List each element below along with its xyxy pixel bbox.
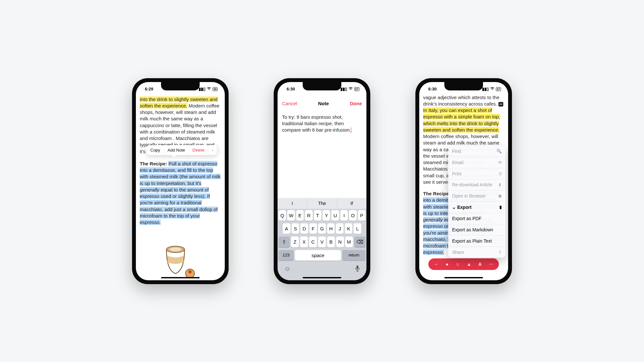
backspace-key[interactable]: ⌫ bbox=[354, 237, 365, 247]
prediction-bar: I The If bbox=[278, 198, 366, 209]
signal-icon: ▮▮▯ bbox=[482, 87, 489, 91]
find-action[interactable]: Find🔍 bbox=[448, 146, 506, 157]
prediction-2[interactable]: The bbox=[307, 198, 337, 209]
signal-icon: ▮▮▯ bbox=[199, 87, 205, 91]
wifi-icon bbox=[490, 87, 495, 91]
status-time: 6:30 bbox=[287, 87, 295, 91]
key-h[interactable]: H bbox=[327, 223, 335, 234]
highlighted-text-yellow[interactable]: In Italy, you can expect a shot of espre… bbox=[423, 107, 500, 133]
cancel-button[interactable]: Cancel bbox=[282, 101, 297, 106]
key-b[interactable]: B bbox=[327, 237, 335, 247]
key-a[interactable]: A bbox=[283, 223, 290, 234]
key-p[interactable]: P bbox=[358, 210, 365, 221]
share-icon: ⇧ bbox=[498, 250, 502, 255]
done-button[interactable]: Done bbox=[350, 101, 362, 106]
more-actions[interactable]: › bbox=[208, 145, 217, 155]
more-button[interactable]: ⋯ bbox=[489, 262, 493, 267]
home-indicator[interactable] bbox=[444, 277, 483, 278]
key-z[interactable]: Z bbox=[291, 237, 299, 247]
export-action[interactable]: ⌄Export▮ bbox=[448, 202, 506, 213]
download-icon: ⬇ bbox=[498, 182, 502, 187]
recipe-heading: The Recipe: bbox=[140, 161, 168, 166]
email-action[interactable]: Email✉ bbox=[448, 157, 506, 168]
context-menu: Copy Add Note Delete › bbox=[147, 145, 217, 155]
phone-left: 6:29 ▮▮▯ 58 into the drink to slightly s… bbox=[132, 78, 229, 284]
search-icon: 🔍 bbox=[497, 149, 502, 153]
status-time: 6:29 bbox=[145, 87, 153, 91]
article-body[interactable]: into the drink to slightly sweeten and s… bbox=[136, 96, 225, 226]
action-menu: Find🔍 Email✉ Print⎙ Re-download Article⬇… bbox=[448, 146, 506, 258]
shift-key[interactable]: ⇧ bbox=[279, 237, 290, 247]
share-action[interactable]: Share⇧ bbox=[448, 247, 506, 258]
key-f[interactable]: F bbox=[309, 223, 317, 234]
home-indicator[interactable] bbox=[303, 277, 341, 278]
print-action[interactable]: Print⎙ bbox=[448, 168, 506, 180]
export-plaintext-action[interactable]: Export as Plain Text bbox=[448, 236, 506, 247]
modal-title: Note bbox=[318, 101, 329, 106]
print-icon: ⎙ bbox=[499, 171, 502, 176]
delete-action[interactable]: Delete bbox=[189, 145, 209, 155]
phone-center: 6:30 ▮▮▯ 57 Cancel Note Done To try: 9 b… bbox=[274, 78, 370, 284]
phone-right: 6:30 ▮▮▯ 57 vague adjective which attest… bbox=[415, 78, 512, 284]
dictation-key[interactable] bbox=[355, 265, 360, 273]
key-t[interactable]: T bbox=[314, 210, 321, 221]
bottom-toolbar: ← ● ☆ ▲ A ⋯ bbox=[428, 258, 499, 270]
wifi-icon bbox=[348, 87, 353, 91]
export-markdown-action[interactable]: Export as Markdown bbox=[448, 224, 506, 236]
emoji-key[interactable]: ☺ bbox=[284, 265, 290, 273]
status-time: 6:30 bbox=[428, 87, 437, 91]
key-g[interactable]: G bbox=[318, 223, 326, 234]
key-m[interactable]: M bbox=[345, 237, 353, 247]
notch bbox=[303, 82, 341, 90]
key-l[interactable]: L bbox=[354, 223, 361, 234]
font-button[interactable]: A bbox=[478, 262, 482, 267]
notch bbox=[444, 82, 483, 90]
modal-header: Cancel Note Done bbox=[278, 96, 366, 109]
key-v[interactable]: V bbox=[318, 237, 326, 247]
key-d[interactable]: D bbox=[300, 223, 308, 234]
tag-button[interactable]: ▲ bbox=[467, 262, 471, 267]
numbers-key[interactable]: 123 bbox=[279, 250, 294, 261]
space-key[interactable]: space bbox=[295, 250, 341, 261]
body-text: vague adjective which attests to the dri… bbox=[423, 95, 499, 107]
export-pdf-action[interactable]: Export as PDF bbox=[448, 213, 506, 224]
chevron-right-icon: › bbox=[212, 148, 213, 153]
key-i[interactable]: I bbox=[340, 210, 348, 221]
open-browser-action[interactable]: Open in Browser◉ bbox=[448, 190, 506, 202]
text-cursor bbox=[351, 127, 351, 133]
key-q[interactable]: Q bbox=[279, 210, 286, 221]
svg-point-1 bbox=[170, 247, 181, 251]
key-j[interactable]: J bbox=[336, 223, 344, 234]
redownload-action[interactable]: Re-download Article⬇ bbox=[448, 180, 506, 190]
file-icon: ▮ bbox=[499, 205, 502, 209]
key-o[interactable]: O bbox=[349, 210, 356, 221]
prediction-1[interactable]: I bbox=[278, 198, 307, 209]
record-button[interactable]: ● bbox=[446, 262, 448, 267]
key-c[interactable]: C bbox=[309, 237, 317, 247]
key-x[interactable]: X bbox=[300, 237, 308, 247]
battery-icon: 58 bbox=[213, 87, 218, 91]
svg-point-3 bbox=[188, 270, 192, 274]
email-icon: ✉ bbox=[498, 160, 502, 165]
copy-action[interactable]: Copy bbox=[147, 145, 164, 155]
home-indicator[interactable] bbox=[161, 277, 200, 278]
key-y[interactable]: Y bbox=[323, 210, 330, 221]
highlighted-text-blue[interactable]: Pull a shot of espresso into a demitasse… bbox=[140, 161, 221, 225]
back-button[interactable]: ← bbox=[434, 262, 439, 267]
key-n[interactable]: N bbox=[336, 237, 344, 247]
chevron-down-icon: ⌄ bbox=[452, 205, 456, 210]
key-r[interactable]: R bbox=[305, 210, 312, 221]
key-e[interactable]: E bbox=[296, 210, 304, 221]
note-textarea[interactable]: To try: 9 bars espresso shot, traditiona… bbox=[278, 109, 366, 138]
prediction-3[interactable]: If bbox=[337, 198, 366, 209]
note-indicator-icon[interactable]: ••• bbox=[498, 102, 503, 107]
notch bbox=[161, 82, 200, 90]
wifi-icon bbox=[207, 87, 211, 91]
star-button[interactable]: ☆ bbox=[456, 262, 460, 267]
return-key[interactable]: return bbox=[342, 250, 365, 261]
key-s[interactable]: S bbox=[292, 223, 299, 234]
key-k[interactable]: K bbox=[345, 223, 353, 234]
key-u[interactable]: U bbox=[331, 210, 339, 221]
add-note-action[interactable]: Add Note bbox=[164, 145, 189, 155]
key-w[interactable]: W bbox=[287, 210, 295, 221]
